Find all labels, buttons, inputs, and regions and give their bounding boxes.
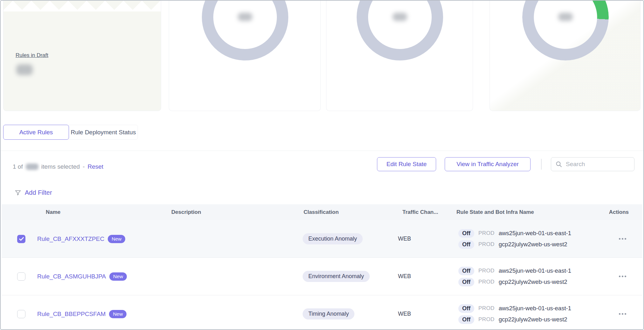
column-header-name: Name	[46, 204, 60, 220]
classification-pill: Execution Anomaly	[303, 233, 363, 244]
redacted-value	[393, 13, 407, 21]
state-off-pill: Off	[458, 304, 474, 313]
classification-cell: Timing Anomaly	[303, 295, 354, 330]
traffic-channel-cell: WEB	[398, 258, 411, 295]
rule-name-cell: Rule_CB_ASMGUHBJPA New	[37, 258, 127, 295]
bot-infra-name: gcp22julyw2web-us-west2	[499, 241, 567, 248]
redacted-total-count	[26, 164, 38, 170]
ellipsis-icon	[622, 276, 623, 277]
rule-state-line: Off PROD gcp22julyw2web-us-west2	[458, 278, 567, 286]
rule-name-link[interactable]: Rule_CB_AFXXXTZPEC	[37, 235, 104, 242]
donut-chart	[202, 1, 288, 60]
table-row: Rule_CB_AFXXXTZPEC New Execution Anomaly…	[2, 220, 642, 258]
rule-state-line: Off PROD aws25jun-web-01-us-east-1	[458, 229, 571, 238]
ellipsis-icon	[619, 238, 620, 240]
edit-rule-state-button[interactable]: Edit Rule State	[377, 157, 436, 171]
ellipsis-icon	[625, 276, 626, 277]
tab-active-rules[interactable]: Active Rules	[3, 125, 69, 140]
row-checkbox-unchecked[interactable]	[17, 310, 25, 318]
env-label: PROD	[478, 268, 495, 274]
column-header-classification: Classification	[304, 204, 339, 220]
new-badge: New	[109, 272, 127, 281]
ellipsis-icon	[619, 276, 620, 277]
search-icon	[556, 161, 562, 167]
rules-in-draft-card: Rules in Draft	[3, 1, 161, 111]
row-checkbox-cell	[17, 295, 25, 330]
row-checkbox-checked[interactable]	[17, 235, 25, 243]
table-row: Rule_CB_BBEPPCSFAM New Timing Anomaly WE…	[2, 295, 642, 330]
rule-state-cell: Off PROD aws25jun-web-01-us-east-1 Off P…	[458, 220, 571, 257]
ellipsis-icon	[625, 313, 626, 315]
table-row: Rule_CB_ASMGUHBJPA New Environment Anoma…	[2, 258, 642, 295]
section-divider	[1, 151, 643, 151]
donut-card-4	[490, 1, 641, 111]
checkmark-icon	[19, 237, 24, 241]
column-header-description: Description	[171, 204, 201, 220]
toolbar-divider	[541, 159, 542, 170]
row-actions-menu[interactable]	[616, 220, 629, 257]
ellipsis-icon	[619, 313, 620, 315]
rules-in-draft-link[interactable]: Rules in Draft	[16, 52, 48, 59]
rule-name-link[interactable]: Rule_CB_ASMGUHBJPA	[37, 273, 106, 280]
selection-separator: -	[83, 163, 85, 170]
env-label: PROD	[478, 230, 495, 236]
state-off-pill: Off	[458, 240, 474, 249]
env-label: PROD	[478, 279, 495, 285]
donut-chart	[357, 1, 443, 60]
selection-items-label: items selected	[41, 163, 80, 170]
state-off-pill: Off	[458, 267, 474, 275]
selection-count-prefix: 1 of	[13, 163, 23, 170]
donut-card-2	[169, 1, 321, 111]
state-off-pill: Off	[458, 229, 474, 238]
row-actions-menu[interactable]	[616, 258, 629, 295]
new-badge: New	[108, 235, 125, 243]
ellipsis-icon	[625, 238, 626, 240]
classification-pill: Environment Anomaly	[303, 271, 370, 282]
classification-cell: Environment Anomaly	[303, 258, 370, 295]
column-header-traffic-channel: Traffic Chan...	[402, 204, 438, 220]
row-checkbox-cell	[17, 258, 25, 295]
row-checkbox-unchecked[interactable]	[17, 272, 25, 281]
state-off-pill: Off	[458, 315, 474, 324]
ellipsis-icon	[622, 238, 623, 240]
tab-rule-deployment-status[interactable]: Rule Deployment Status	[69, 125, 138, 140]
row-checkbox-cell	[17, 220, 25, 257]
env-label: PROD	[478, 305, 495, 312]
ellipsis-icon	[622, 313, 623, 315]
view-in-traffic-analyzer-button[interactable]: View in Traffic Analyzer	[445, 157, 531, 171]
add-filter-button[interactable]: Add Filter	[15, 189, 52, 196]
rule-name-link[interactable]: Rule_CB_BBEPPCSFAM	[37, 311, 106, 318]
bot-infra-name: aws25jun-web-01-us-east-1	[499, 230, 571, 237]
rule-state-cell: Off PROD aws25jun-web-01-us-east-1 Off P…	[458, 258, 571, 295]
classification-cell: Execution Anomaly	[303, 220, 363, 257]
bot-infra-name: gcp22julyw2web-us-west2	[499, 278, 567, 285]
rule-state-line: Off PROD gcp22julyw2web-us-west2	[458, 240, 567, 249]
search-input[interactable]	[565, 160, 624, 168]
bot-infra-name: aws25jun-web-01-us-east-1	[499, 305, 571, 312]
add-filter-label: Add Filter	[25, 189, 52, 196]
reset-link[interactable]: Reset	[87, 163, 103, 170]
column-header-actions: Actions	[606, 204, 629, 220]
env-label: PROD	[478, 316, 495, 323]
selection-bar: 1 of items selected - Reset	[13, 161, 103, 173]
redacted-value	[238, 13, 252, 21]
rule-name-cell: Rule_CB_BBEPPCSFAM New	[37, 295, 127, 330]
env-label: PROD	[478, 241, 495, 248]
redacted-value	[558, 13, 573, 21]
classification-pill: Timing Anomaly	[303, 308, 354, 319]
rule-name-cell: Rule_CB_AFXXXTZPEC New	[37, 220, 125, 257]
bot-infra-name: aws25jun-web-01-us-east-1	[499, 267, 571, 274]
rule-state-cell: Off PROD aws25jun-web-01-us-east-1 Off P…	[458, 295, 571, 330]
bot-infra-name: gcp22julyw2web-us-west2	[499, 316, 567, 323]
rule-state-line: Off PROD aws25jun-web-01-us-east-1	[458, 267, 571, 275]
redacted-value	[16, 64, 33, 75]
row-actions-menu[interactable]	[616, 295, 629, 330]
zigzag-pattern	[3, 1, 161, 13]
traffic-channel-cell: WEB	[398, 220, 411, 257]
traffic-channel-cell: WEB	[398, 295, 411, 330]
column-header-rule-state: Rule State and Bot Infra Name	[456, 204, 534, 220]
filter-funnel-icon	[15, 189, 21, 196]
rule-state-line: Off PROD gcp22julyw2web-us-west2	[458, 315, 567, 324]
state-off-pill: Off	[458, 278, 474, 286]
donut-card-3	[326, 1, 473, 111]
